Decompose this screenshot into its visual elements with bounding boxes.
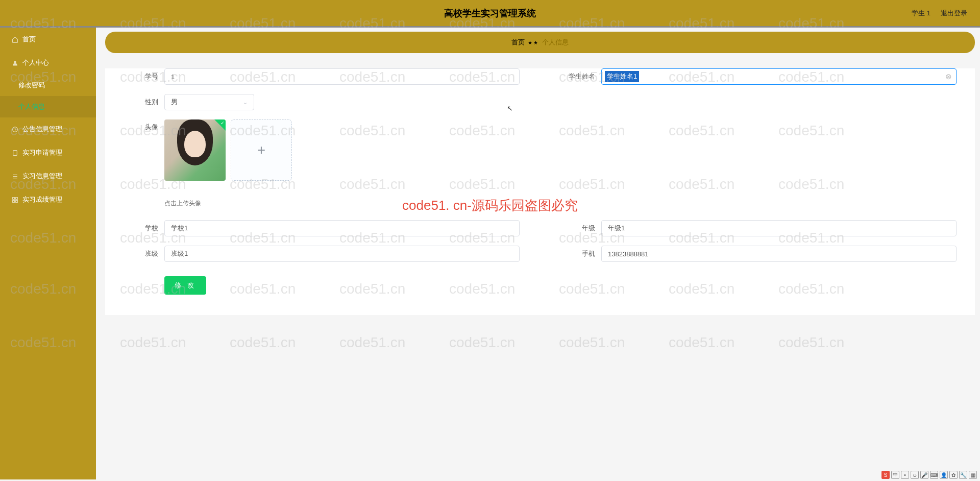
ime-tray: S 中 • ☺ 🎤 ⌨ 👤 ✿ 🔧 ▦ (881, 471, 977, 479)
menu-intern-info[interactable]: 实习信息管理 (0, 164, 96, 188)
menu-application-label: 实习申请管理 (22, 148, 62, 157)
file-icon (11, 149, 18, 156)
menu-personal-info-label: 个人信息 (18, 102, 45, 111)
gender-value: 男 (171, 98, 178, 107)
tray-punct-icon[interactable]: • (901, 471, 909, 479)
header-bar: 高校学生实习管理系统 学生 1 退出登录 (0, 0, 980, 28)
plus-icon: + (257, 142, 265, 158)
menu-application[interactable]: 实习申请管理 (0, 141, 96, 164)
input-school[interactable] (164, 220, 520, 236)
upload-button[interactable]: + (231, 119, 292, 181)
svg-rect-5 (12, 200, 14, 202)
clear-icon[interactable]: ⊗ (945, 72, 952, 81)
label-grade: 年级 (560, 224, 601, 233)
sidebar: 首页 个人中心 修改密码 个人信息 公告信息管理 实习申请管理 (0, 28, 96, 479)
upload-hint: 点击上传头像 (164, 199, 957, 208)
breadcrumb-sep: ★★ (528, 40, 539, 45)
label-avatar: 头像 (124, 119, 164, 132)
tray-skin-icon[interactable]: ✿ (949, 471, 958, 479)
main-content: 首页 ★★ 个人信息 学号 学生姓名 学生姓名1 ⊗ (96, 28, 980, 479)
menu-grade-info-label: 实习成绩管理 (22, 195, 62, 204)
menu-personal-center[interactable]: 个人中心 (0, 51, 96, 75)
menu-grade-info[interactable]: 实习成绩管理 (0, 188, 96, 211)
menu-change-password[interactable]: 修改密码 (0, 75, 96, 96)
menu-change-password-label: 修改密码 (18, 81, 45, 90)
breadcrumb-current: 个人信息 (542, 38, 569, 47)
menu-announcement-label: 公告信息管理 (22, 125, 62, 134)
label-class: 班级 (124, 249, 164, 258)
svg-rect-2 (13, 150, 17, 155)
label-student-name: 学生姓名 (560, 72, 601, 81)
input-student-id[interactable] (164, 68, 520, 85)
breadcrumb: 首页 ★★ 个人信息 (105, 32, 975, 53)
menu-home[interactable]: 首页 (0, 28, 96, 51)
menu-intern-info-label: 实习信息管理 (22, 172, 62, 181)
menu-personal-info[interactable]: 个人信息 (0, 96, 96, 117)
svg-rect-6 (15, 200, 17, 202)
avatar-image (164, 119, 226, 181)
input-phone[interactable] (601, 246, 957, 262)
tray-mic-icon[interactable]: 🎤 (920, 471, 928, 479)
menu-personal-center-label: 个人中心 (22, 58, 49, 67)
tray-tool-icon[interactable]: 🔧 (959, 471, 967, 479)
label-school: 学校 (124, 224, 164, 233)
svg-point-0 (14, 61, 16, 63)
menu-announcement[interactable]: 公告信息管理 (0, 117, 96, 141)
tray-zh-icon[interactable]: 中 (891, 471, 899, 479)
tray-grid-icon[interactable]: ▦ (969, 471, 977, 479)
avatar-preview[interactable] (164, 119, 226, 181)
tray-s-icon[interactable]: S (881, 471, 890, 479)
user-icon (11, 59, 18, 66)
clock-icon (11, 126, 18, 133)
input-class[interactable] (164, 246, 520, 262)
tray-kbd-icon[interactable]: ⌨ (930, 471, 938, 479)
input-student-name[interactable]: 学生姓名1 ⊗ (601, 68, 957, 85)
student-name-value: 学生姓名1 (605, 71, 639, 82)
input-grade[interactable] (601, 220, 957, 236)
label-phone: 手机 (560, 249, 601, 258)
label-student-id: 学号 (124, 72, 164, 81)
logout-link[interactable]: 退出登录 (941, 9, 967, 18)
grid-icon (11, 196, 18, 203)
user-name[interactable]: 学生 1 (912, 9, 930, 18)
label-gender: 性别 (124, 98, 164, 107)
home-icon (11, 36, 18, 43)
list-icon (11, 173, 18, 180)
menu-home-label: 首页 (22, 35, 36, 44)
tray-face-icon[interactable]: ☺ (911, 471, 919, 479)
svg-rect-3 (12, 197, 14, 199)
svg-rect-4 (15, 197, 17, 199)
profile-form: 学号 学生姓名 学生姓名1 ⊗ 性别 男 ⌄ (105, 68, 975, 315)
submit-button[interactable]: 修 改 (164, 276, 206, 295)
chevron-down-icon: ⌄ (243, 99, 248, 106)
app-title: 高校学生实习管理系统 (444, 7, 536, 19)
breadcrumb-root[interactable]: 首页 (511, 38, 525, 47)
select-gender[interactable]: 男 ⌄ (164, 94, 254, 110)
header-right: 学生 1 退出登录 (912, 9, 980, 18)
tray-user-icon[interactable]: 👤 (940, 471, 948, 479)
